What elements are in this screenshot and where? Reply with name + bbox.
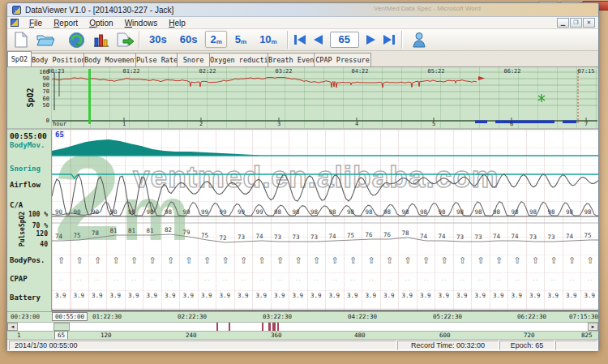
row-label-airflow: Airflow (10, 181, 41, 189)
body-position-arrow: ⇧ (459, 255, 466, 266)
time-label: 05:22 (427, 68, 444, 75)
tab-spo2[interactable]: SpO2 (7, 51, 32, 66)
epoch-cursor (88, 69, 91, 124)
body-position-arrow: ⇧ (76, 255, 83, 266)
menu-file[interactable]: File (24, 18, 48, 28)
spo2-value: 98 (475, 208, 482, 216)
spo2-value: 98 (420, 208, 427, 216)
battery-value: 3.9 (366, 292, 377, 299)
row-label-cpap: CPAP (10, 275, 28, 283)
cpap-mark: ·· (350, 276, 356, 284)
body-position-arrow: ⇧ (386, 255, 393, 266)
open-file-button[interactable] (35, 30, 56, 49)
spo2-value: 98 (548, 208, 555, 216)
next-epoch-button[interactable] (362, 31, 380, 49)
spo2-value: 98 (584, 208, 592, 216)
pulse-value: 73 (529, 233, 537, 241)
tab-oxygen-reduction[interactable]: Oxygen reduction (209, 53, 268, 66)
body-position-arrow: ⇧ (222, 255, 229, 266)
battery-value: 3.9 (548, 292, 559, 299)
body-position-arrow: ⇧ (259, 255, 266, 266)
pulse-value: 78 (402, 229, 409, 237)
new-file-button[interactable] (11, 30, 32, 49)
epoch-chart[interactable]: 2m ventmed.en.alibaba.com 9074⇧··3.99075… (51, 130, 598, 313)
menu-help[interactable]: Help (163, 18, 191, 28)
arrow-left-icon (311, 34, 324, 45)
epoch-length-2m[interactable]: 2m (205, 31, 226, 48)
cpap-mark: ·· (58, 276, 64, 284)
scroll-thumb[interactable] (54, 323, 70, 331)
body-position-arrow: ⇧ (532, 255, 539, 266)
previous-epoch-button[interactable] (309, 31, 327, 49)
body-position-arrow: ⇧ (276, 255, 284, 266)
spo2-plot-area[interactable]: 00:2301:2202:2203:2204:2205:2206:2207:15… (51, 67, 598, 128)
cpap-mark: ·· (168, 276, 173, 284)
mdi-restore-button[interactable]: ❐ (570, 18, 582, 28)
sync-data-button[interactable] (66, 30, 87, 49)
epoch-number-input[interactable]: 65 (330, 32, 359, 48)
hour-tick: 4 (355, 121, 358, 127)
report-button[interactable] (90, 30, 111, 49)
cpap-mark: ·· (150, 276, 156, 284)
row-label-bodymov: BodyMov. (10, 141, 45, 149)
battery-value: 3.9 (165, 292, 176, 299)
hour-tick: 2 (199, 121, 203, 127)
epoch-length-10m[interactable]: 10m (255, 31, 282, 48)
tab-body-movement[interactable]: Body Movement (83, 53, 136, 66)
tab-breath-event[interactable]: Breath Event (268, 53, 315, 66)
export-button[interactable] (114, 30, 135, 49)
cpap-mark: ·· (77, 276, 83, 284)
scroll-left-button[interactable]: ◄ (7, 323, 18, 331)
battery-value: 3.9 (402, 292, 413, 299)
menu-windows[interactable]: Windows (119, 18, 164, 28)
mdi-minimize-button[interactable]: ▁ (557, 18, 569, 28)
body-position-arrow: ⇧ (240, 255, 247, 266)
pulse-value: 74 (420, 233, 427, 240)
overview-time-label: 01:22:30 (92, 313, 122, 320)
pulse-scale-value: 100 % (9, 211, 48, 218)
last-epoch-button[interactable] (380, 31, 398, 49)
scroll-right-button[interactable]: ► (588, 323, 598, 331)
spo2-value: 99 (238, 208, 245, 216)
battery-value: 3.9 (310, 292, 322, 299)
pulse-value: 81 (128, 227, 135, 234)
body-position-arrow: ⇧ (514, 255, 521, 266)
event-bar (475, 121, 487, 124)
cpap-mark: ·· (387, 276, 392, 284)
overview-epoch-label: 825 (581, 332, 593, 339)
tab-snore[interactable]: Snore (177, 53, 210, 66)
pulse-value: 82 (165, 226, 172, 233)
menu-bar: FileReportOptionWindowsHelp ▁ ❐ ✕ (7, 17, 598, 29)
epoch-length-30s[interactable]: 30s (144, 31, 172, 48)
pulse-value: 75 (584, 232, 592, 239)
tab-pulse-rate[interactable]: Pulse Rate (135, 53, 178, 66)
spo2-value: 98 (439, 208, 446, 216)
body-position-arrow: ⇧ (368, 255, 375, 266)
body-position-arrow: ⇧ (167, 255, 174, 266)
pulse-value: 73 (310, 233, 318, 241)
overview-time-label: 00:23:00 (11, 313, 40, 320)
first-epoch-button[interactable] (291, 31, 309, 49)
pulse-value: 75 (347, 232, 354, 239)
cpap-mark: ·· (131, 276, 137, 284)
mdi-close-button[interactable]: ✕ (583, 18, 595, 28)
cpap-mark: ·· (113, 276, 119, 284)
battery-value: 3.9 (128, 292, 139, 299)
spo2-ytick: 0 (32, 118, 49, 124)
event-bar (563, 121, 576, 124)
body-position-arrow: ⇧ (422, 255, 430, 266)
pulse-value: 74 (493, 233, 500, 240)
menu-report[interactable]: Report (48, 18, 83, 28)
epoch-length-60s[interactable]: 60s (175, 31, 203, 48)
epoch-length-5m[interactable]: 5m (230, 31, 251, 48)
tab-cpap-pressure[interactable]: CPAP Pressure (314, 53, 371, 66)
patient-info-button[interactable] (409, 30, 430, 49)
battery-value: 3.9 (420, 292, 431, 299)
menu-option[interactable]: Option (83, 18, 118, 28)
cpap-mark: ·· (551, 276, 557, 284)
battery-value: 3.9 (475, 292, 486, 299)
event-bar (495, 121, 554, 124)
tab-body-position[interactable]: Body Position (31, 53, 84, 66)
overview-epoch-label: 240 (186, 332, 197, 339)
spo2-value: 99 (256, 208, 263, 216)
